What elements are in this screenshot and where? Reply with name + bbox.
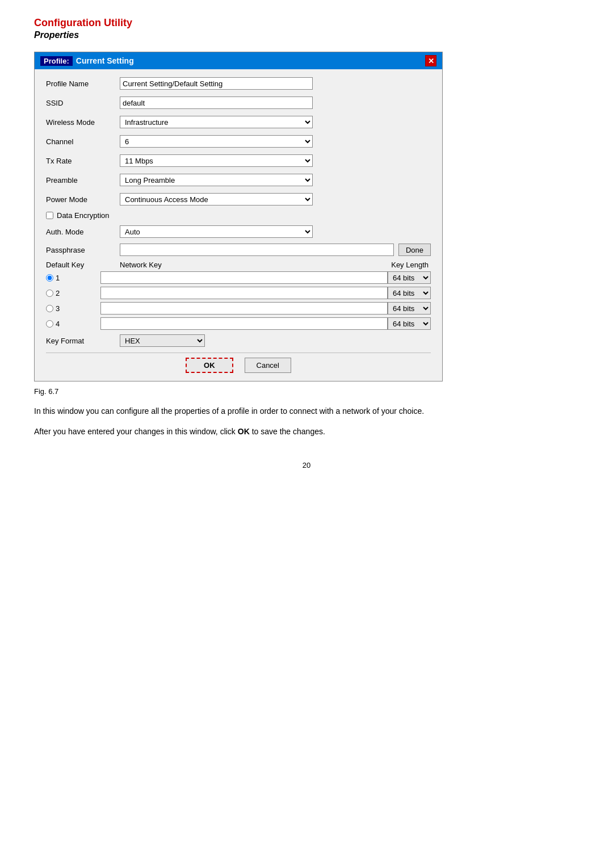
key3-length-select[interactable]: 64 bits 128 bits	[388, 302, 431, 315]
channel-label: Channel	[46, 137, 120, 146]
network-key-header: Network Key	[120, 261, 290, 269]
done-button[interactable]: Done	[398, 244, 431, 256]
key1-radio[interactable]	[46, 274, 53, 282]
dialog-titlebar: Profile: Current Setting ✕	[35, 52, 442, 69]
ssid-label: SSID	[46, 99, 120, 107]
wireless-mode-select[interactable]: Infrastructure Ad Hoc	[120, 116, 313, 128]
page-title: Configuration Utility	[34, 17, 579, 29]
key2-length-select[interactable]: 64 bits 128 bits	[388, 287, 431, 299]
key4-label: 4	[56, 320, 60, 328]
auth-mode-select[interactable]: Auto Open System Shared Key	[120, 225, 313, 238]
dialog-box: Profile: Current Setting ✕ Profile Name …	[34, 52, 443, 381]
page-number: 20	[34, 461, 579, 469]
ok-inline: OK	[238, 427, 250, 436]
ssid-input[interactable]	[120, 97, 313, 109]
profile-badge: Profile:	[40, 56, 73, 66]
key1-length-select[interactable]: 64 bits 128 bits	[388, 271, 431, 284]
tx-rate-label: Tx Rate	[46, 157, 120, 165]
page-subtitle: Properties	[34, 30, 579, 40]
close-button[interactable]: ✕	[425, 55, 436, 66]
power-mode-select[interactable]: Continuous Access Mode Maximum Power Sav…	[120, 193, 313, 206]
cancel-button[interactable]: Cancel	[245, 358, 291, 373]
key-format-label: Key Format	[46, 337, 120, 345]
key3-label: 3	[56, 304, 60, 313]
key2-radio[interactable]	[46, 290, 53, 297]
fig-label: Fig. 6.7	[34, 387, 579, 396]
key1-label: 1	[56, 274, 60, 282]
data-encryption-label: Data Encryption	[57, 211, 110, 220]
description-2: After you have entered your changes in t…	[34, 425, 579, 438]
key4-length-select[interactable]: 64 bits 128 bits	[388, 317, 431, 330]
key4-radio[interactable]	[46, 320, 53, 328]
channel-select[interactable]: 12345 67891011	[120, 135, 313, 148]
data-encryption-checkbox[interactable]	[46, 212, 53, 219]
passphrase-label: Passphrase	[46, 246, 120, 254]
profile-name-input[interactable]	[120, 77, 313, 90]
passphrase-input[interactable]	[120, 244, 394, 256]
key-length-header: Key Length	[391, 261, 431, 269]
default-key-label: Default Key	[46, 261, 120, 269]
preamble-label: Preamble	[46, 176, 120, 184]
key4-input[interactable]	[100, 317, 388, 330]
profile-name-label: Profile Name	[46, 79, 120, 88]
key1-input[interactable]	[100, 271, 388, 284]
wireless-mode-label: Wireless Mode	[46, 118, 120, 127]
auth-mode-label: Auth. Mode	[46, 228, 120, 236]
tx-rate-select[interactable]: 1 Mbps 2 Mbps 5.5 Mbps 11 Mbps Auto	[120, 154, 313, 167]
dialog-title: Current Setting	[76, 56, 134, 65]
power-mode-label: Power Mode	[46, 195, 120, 204]
preamble-select[interactable]: Long Preamble Short Preamble Auto	[120, 174, 313, 186]
ok-button[interactable]: OK	[186, 358, 233, 373]
key-format-select[interactable]: HEX ASCII	[120, 334, 205, 347]
key2-label: 2	[56, 289, 60, 297]
key3-radio[interactable]	[46, 305, 53, 312]
key2-input[interactable]	[100, 287, 388, 299]
description-1: In this window you can configure all the…	[34, 405, 579, 417]
key3-input[interactable]	[100, 302, 388, 315]
